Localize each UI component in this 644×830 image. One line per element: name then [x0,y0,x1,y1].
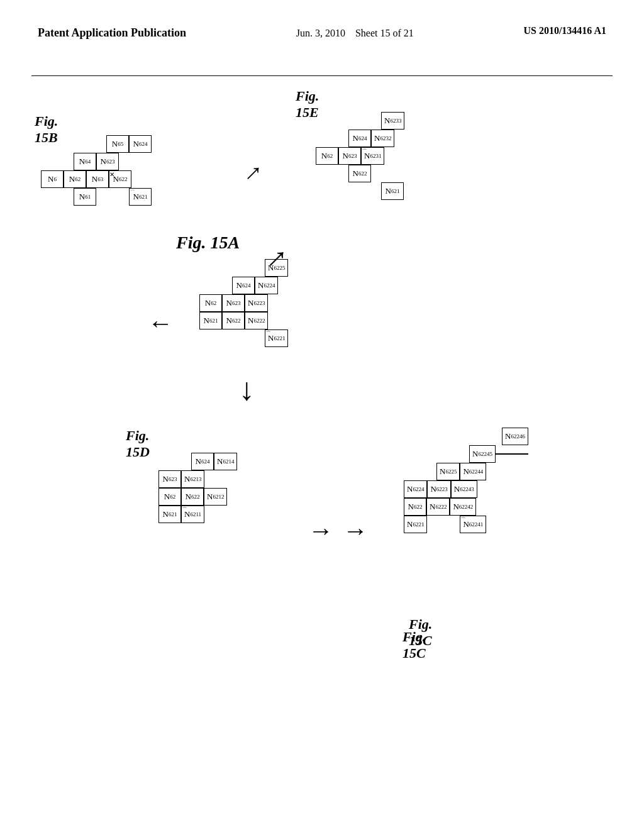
node-n64: N64 [74,153,96,170]
node-n62242: N62242 [450,498,476,516]
node-n624-a: N624 [232,277,255,294]
node-n623-a: N623 [222,294,245,312]
node-n6231: N6231 ⌒ [361,147,384,165]
node-n62241: N62241 ⌒ [460,516,486,533]
node-n6223: N6223 [245,294,268,312]
node-n63: N63 [86,170,109,188]
node-n624-b: N624 [129,135,152,153]
node-n621-d: N621 [158,506,181,523]
node-n621-e: N621 [381,182,404,200]
publication-title: Patent Application Publication [38,25,186,41]
arrow-to-15c-1: → [308,516,333,545]
node-n622-e: N622 [348,165,371,182]
node-n62-d: N62 [158,488,181,506]
node-n6223-c: N6223 [427,480,450,498]
node-n623-b: N623 [96,153,119,170]
node-n622-b: N622 ✕ [109,170,131,188]
fig15a-label: Fig. 15A [176,233,240,252]
node-n622-c: N622 [404,498,426,516]
node-n6225-c: N6225 [436,463,460,480]
node-n624-d: N624 [191,453,214,470]
patent-number: US 2010/134416 A1 [523,25,606,36]
arrow-to-15d: ↓ [239,371,255,407]
page-header: Patent Application Publication Jun. 3, 2… [0,25,644,42]
node-n6222-c: N6222 [426,498,450,516]
node-n62-a: N62 [199,294,222,312]
node-n61: N61 [74,188,96,206]
node-n6233: N6233 [381,112,404,130]
node-n6: N6 [41,170,64,188]
node-n6214: N6214 [214,453,237,470]
arrow-to-15b: ← [148,308,173,338]
node-n6211: N6211 ⌒ [181,506,204,523]
node-n621-b: N621 ⌒ [129,188,152,206]
figure-15a: Fig. 15A → N6225 N624 N6224 N62 N623 N62… [176,233,240,253]
node-n622-a: N622 [222,312,245,329]
header-divider [31,75,613,76]
node-n6212: N6212 [204,488,227,506]
arrow-to-15c-2: → [343,516,368,545]
node-n6213: N6213 [181,470,204,488]
arrow-up: → [232,152,272,192]
node-n623-e: N623 [338,147,361,165]
node-n621-a: N621 [199,312,222,329]
node-n62245: N62245 [469,445,496,463]
node-n6224-c: N6224 [404,480,427,498]
node-n6222: N6222 [245,312,268,329]
node-n62246: N62246 [502,428,528,445]
node-n624-e: N624 [348,130,371,147]
node-n62243: N62243 [451,480,477,498]
node-n6221-c: N6221 [404,516,427,533]
node-n6224: N6224 [255,277,278,294]
node-n62-b: N62 [64,170,86,188]
fig15c-label-bottom: Fig. 15C [402,629,426,661]
node-n6232: N6232 [371,130,394,147]
node-n622-d: N622 [181,488,204,506]
node-n62-e: N62 [316,147,338,165]
node-n623-d: N623 [158,470,181,488]
node-n65: N65 [106,135,129,153]
node-n62244: N62244 [460,463,486,480]
header-center-info: Jun. 3, 2010 Sheet 15 of 21 [296,25,414,42]
node-n6221-a: N6221 ⌒ [265,329,288,347]
